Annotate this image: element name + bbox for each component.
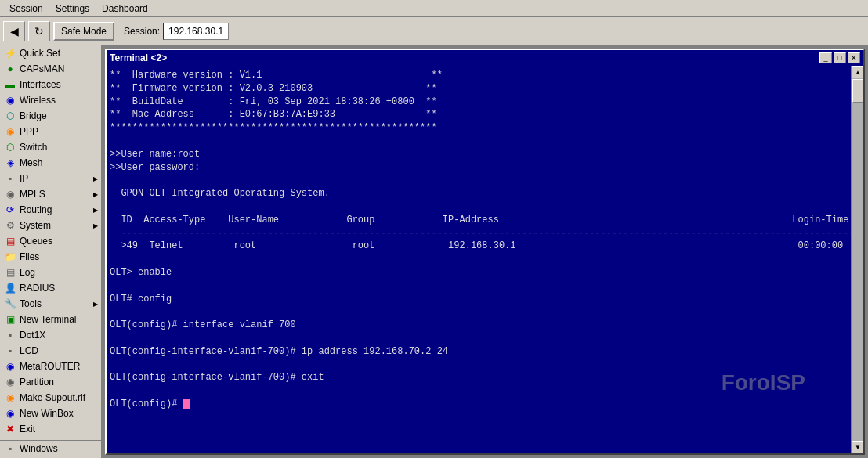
sidebar-item-ppp[interactable]: ◉ PPP <box>0 124 101 139</box>
scroll-track[interactable] <box>852 78 863 441</box>
mesh-icon: ◈ <box>5 157 16 168</box>
sidebar-item-log[interactable]: ▤ Log <box>0 265 101 280</box>
routing-icon: ⟳ <box>5 204 16 215</box>
toolbar: ◀ ↻ Safe Mode Session: 192.168.30.1 <box>0 17 868 45</box>
sidebar-item-mesh[interactable]: ◈ Mesh <box>0 155 101 171</box>
sidebar-label-ip: IP <box>20 173 28 184</box>
sidebar-label-log: Log <box>20 267 35 278</box>
sidebar-label-metarouter: MetaROUTER <box>20 361 80 372</box>
sidebar-label-quick-set: Quick Set <box>20 48 60 59</box>
terminal-close-button[interactable]: ✕ <box>848 52 860 63</box>
sidebar-item-wireless[interactable]: ◉ Wireless <box>0 92 101 108</box>
log-icon: ▤ <box>5 267 16 278</box>
radius-icon: 👤 <box>5 283 16 294</box>
sidebar-item-new-terminal[interactable]: ▣ New Terminal <box>0 312 101 327</box>
new-winbox-icon: ◉ <box>5 408 16 419</box>
menu-dashboard[interactable]: Dashboard <box>96 2 154 16</box>
sidebar-item-metarouter[interactable]: ◉ MetaROUTER <box>0 359 101 374</box>
sidebar-label-switch: Switch <box>20 142 47 153</box>
sidebar-label-mesh: Mesh <box>20 157 42 168</box>
sidebar-label-radius: RADIUS <box>20 283 55 294</box>
terminal-minimize-button[interactable]: _ <box>819 52 832 63</box>
menubar: Session Settings Dashboard <box>0 0 868 17</box>
sidebar-label-make-supout: Make Supout.rif <box>20 392 85 403</box>
safe-mode-button[interactable]: Safe Mode <box>53 22 114 41</box>
sidebar-item-files[interactable]: 📁 Files <box>0 249 101 265</box>
terminal-controls: _ □ ✕ <box>819 52 860 63</box>
sidebar-item-switch[interactable]: ⬡ Switch <box>0 139 101 155</box>
sidebar-item-tools[interactable]: 🔧 Tools <box>0 296 101 312</box>
exit-icon: ✖ <box>5 424 16 435</box>
sidebar-item-lcd[interactable]: ▪ LCD <box>0 343 101 359</box>
sidebar-label-ppp: PPP <box>20 126 38 137</box>
mpls-icon: ◉ <box>5 189 16 200</box>
menu-settings[interactable]: Settings <box>49 2 96 16</box>
sidebar-label-lcd: LCD <box>20 345 38 356</box>
sidebar-item-windows[interactable]: ▪ Windows <box>0 440 101 456</box>
sidebar-item-ip[interactable]: ▪ IP <box>0 171 101 186</box>
sidebar-label-wireless: Wireless <box>20 95 56 106</box>
menu-session[interactable]: Session <box>3 2 49 16</box>
interfaces-icon: ▬ <box>5 79 16 90</box>
capsman-icon: ● <box>5 63 16 74</box>
sidebar-item-capsman[interactable]: ● CAPsMAN <box>0 61 101 77</box>
sidebar-label-tools: Tools <box>20 298 42 309</box>
metarouter-icon: ◉ <box>5 361 16 372</box>
terminal-body: ** Hardware version : V1.1 **** Firmware… <box>107 66 863 453</box>
lcd-icon: ▪ <box>5 345 16 356</box>
scroll-thumb <box>852 79 863 103</box>
ppp-icon: ◉ <box>5 126 16 137</box>
terminal-title: Terminal <2> <box>110 52 167 63</box>
sidebar-label-queues: Queues <box>20 236 52 247</box>
dot1x-icon: ▪ <box>5 330 16 341</box>
sidebar-item-partition[interactable]: ◉ Partition <box>0 374 101 390</box>
sidebar: ⚡ Quick Set ● CAPsMAN ▬ Interfaces ◉ Wir… <box>0 45 102 458</box>
refresh-button[interactable]: ↻ <box>28 21 50 41</box>
sidebar-item-mpls[interactable]: ◉ MPLS <box>0 186 101 202</box>
sidebar-label-mpls: MPLS <box>20 189 45 200</box>
sidebar-item-make-supout[interactable]: ◉ Make Supout.rif <box>0 390 101 406</box>
terminal-maximize-button[interactable]: □ <box>834 52 846 63</box>
sidebar-label-windows: Windows <box>20 443 58 454</box>
switch-icon: ⬡ <box>5 142 16 153</box>
sidebar-label-new-winbox: New WinBox <box>20 408 74 419</box>
scroll-down-button[interactable]: ▼ <box>852 441 863 453</box>
sidebar-label-dot1x: Dot1X <box>20 330 45 341</box>
sidebar-item-queues[interactable]: ▤ Queues <box>0 233 101 249</box>
sidebar-label-new-terminal: New Terminal <box>20 314 76 325</box>
ip-icon: ▪ <box>5 173 16 184</box>
back-button[interactable]: ◀ <box>3 21 25 41</box>
main-layout: ⚡ Quick Set ● CAPsMAN ▬ Interfaces ◉ Wir… <box>0 45 868 458</box>
sidebar-label-partition: Partition <box>20 377 54 388</box>
sidebar-label-bridge: Bridge <box>20 110 47 121</box>
terminal-window: Terminal <2> _ □ ✕ ** Hardware version :… <box>105 49 865 455</box>
system-icon: ⚙ <box>5 220 16 231</box>
sidebar-item-radius[interactable]: 👤 RADIUS <box>0 280 101 296</box>
session-label: Session: <box>124 26 160 37</box>
sidebar-label-interfaces: Interfaces <box>20 79 61 90</box>
terminal-content[interactable]: ** Hardware version : V1.1 **** Firmware… <box>107 66 851 453</box>
sidebar-label-system: System <box>20 220 51 231</box>
partition-icon: ◉ <box>5 377 16 388</box>
tools-icon: 🔧 <box>5 298 16 309</box>
sidebar-item-dot1x[interactable]: ▪ Dot1X <box>0 327 101 343</box>
sidebar-item-interfaces[interactable]: ▬ Interfaces <box>0 77 101 92</box>
sidebar-item-new-winbox[interactable]: ◉ New WinBox <box>0 406 101 421</box>
sidebar-item-exit[interactable]: ✖ Exit <box>0 421 101 437</box>
sidebar-item-bridge[interactable]: ⬡ Bridge <box>0 108 101 124</box>
sidebar-item-quick-set[interactable]: ⚡ Quick Set <box>0 45 101 61</box>
sidebar-item-routing[interactable]: ⟳ Routing <box>0 202 101 218</box>
sidebar-label-routing: Routing <box>20 204 52 215</box>
scroll-up-button[interactable]: ▲ <box>852 66 863 78</box>
queues-icon: ▤ <box>5 236 16 247</box>
terminal-scrollbar: ▲ ▼ <box>851 66 863 453</box>
sidebar-item-system[interactable]: ⚙ System <box>0 218 101 233</box>
files-icon: 📁 <box>5 251 16 262</box>
windows-icon: ▪ <box>5 443 16 454</box>
terminal-titlebar: Terminal <2> _ □ ✕ <box>107 50 863 66</box>
make-supout-icon: ◉ <box>5 392 16 403</box>
sidebar-label-capsman: CAPsMAN <box>20 63 64 74</box>
bridge-icon: ⬡ <box>5 110 16 121</box>
session-value: 192.168.30.1 <box>163 23 229 40</box>
wireless-icon: ◉ <box>5 95 16 106</box>
